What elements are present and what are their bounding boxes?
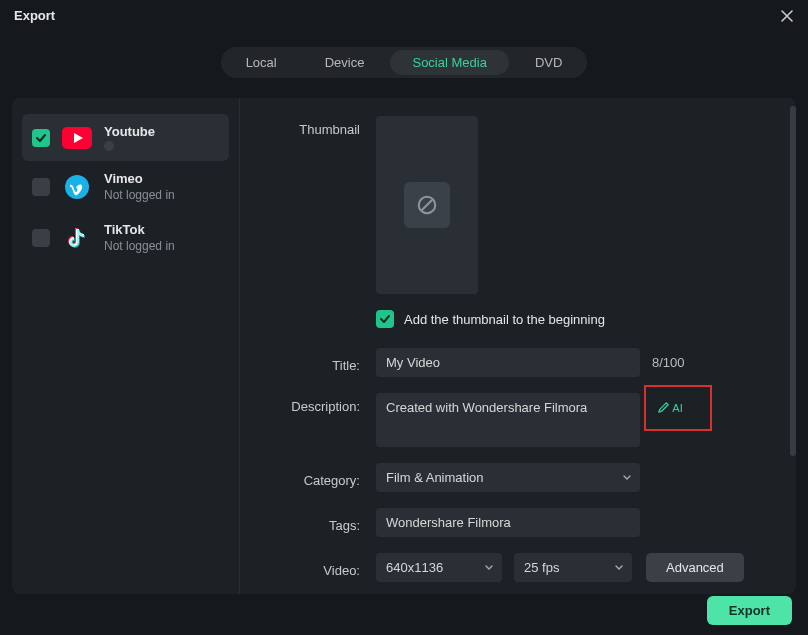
ai-description-button[interactable]: AI xyxy=(646,393,694,423)
tiktok-icon xyxy=(62,227,92,249)
export-form: Thumbnail Add the thumbnail to the begin… xyxy=(240,98,796,594)
ai-label: AI xyxy=(672,402,682,414)
platform-youtube-label: Youtube xyxy=(104,124,155,139)
description-label: Description: xyxy=(270,393,376,414)
platform-youtube-checkbox[interactable] xyxy=(32,129,50,147)
category-label: Category: xyxy=(270,467,376,488)
category-value: Film & Animation xyxy=(386,470,484,485)
platform-youtube[interactable]: Youtube xyxy=(22,114,229,161)
platform-tiktok-status: Not logged in xyxy=(104,239,175,253)
platform-tiktok-checkbox[interactable] xyxy=(32,229,50,247)
add-thumbnail-checkbox[interactable] xyxy=(376,310,394,328)
platform-youtube-status xyxy=(104,141,114,151)
chevron-down-icon xyxy=(614,560,624,575)
platform-tiktok-label: TikTok xyxy=(104,222,175,237)
thumbnail-label: Thumbnail xyxy=(270,116,376,137)
window-title: Export xyxy=(14,8,55,23)
platform-vimeo[interactable]: Vimeo Not logged in xyxy=(22,161,229,212)
chevron-down-icon xyxy=(622,470,632,485)
thumbnail-preview[interactable] xyxy=(376,116,478,294)
vimeo-icon xyxy=(62,176,92,198)
tab-dvd[interactable]: DVD xyxy=(513,50,584,75)
category-select[interactable]: Film & Animation xyxy=(376,463,640,492)
platform-vimeo-label: Vimeo xyxy=(104,171,175,186)
tab-social-media[interactable]: Social Media xyxy=(390,50,508,75)
svg-line-3 xyxy=(422,200,432,210)
close-icon[interactable] xyxy=(780,9,794,23)
youtube-icon xyxy=(62,127,92,149)
resolution-value: 640x1136 xyxy=(386,560,443,575)
add-thumbnail-label: Add the thumbnail to the beginning xyxy=(404,312,605,327)
chevron-down-icon xyxy=(484,560,494,575)
platform-list: Youtube Vimeo Not logged in xyxy=(12,98,240,594)
platform-vimeo-checkbox[interactable] xyxy=(32,178,50,196)
tab-local[interactable]: Local xyxy=(224,50,299,75)
export-button[interactable]: Export xyxy=(707,596,792,625)
no-thumbnail-icon xyxy=(404,182,450,228)
platform-tiktok[interactable]: TikTok Not logged in xyxy=(22,212,229,263)
tags-label: Tags: xyxy=(270,512,376,533)
description-input[interactable] xyxy=(376,393,640,447)
fps-value: 25 fps xyxy=(524,560,559,575)
fps-select[interactable]: 25 fps xyxy=(514,553,632,582)
resolution-select[interactable]: 640x1136 xyxy=(376,553,502,582)
tags-input[interactable] xyxy=(376,508,640,537)
pencil-icon xyxy=(657,401,670,416)
title-counter: 8/100 xyxy=(652,355,685,370)
tab-device[interactable]: Device xyxy=(303,50,387,75)
title-input[interactable] xyxy=(376,348,640,377)
title-label: Title: xyxy=(270,352,376,373)
scrollbar[interactable] xyxy=(790,106,796,456)
video-label: Video: xyxy=(270,557,376,578)
platform-vimeo-status: Not logged in xyxy=(104,188,175,202)
export-mode-tabs: Local Device Social Media DVD xyxy=(0,47,808,78)
advanced-button[interactable]: Advanced xyxy=(646,553,744,582)
